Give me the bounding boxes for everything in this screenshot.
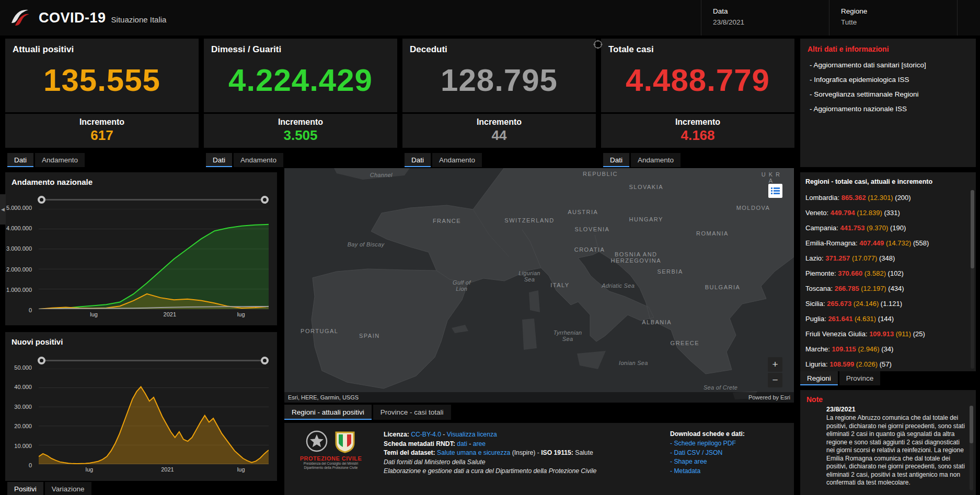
region-row[interactable]: Campania: 441.753 (9.370) (190) [805,220,969,235]
region-increment: (348) [879,254,895,262]
tab-variazione[interactable]: Variazione [45,482,91,495]
map-country-label: HUNGARY [629,216,663,222]
region-increment: (144) [878,315,894,323]
region-total-cases: 441.753 [840,224,867,232]
regions-scrollbar[interactable] [971,190,974,369]
app-title: COVID-19 [39,10,106,26]
time-range-slider[interactable] [38,195,269,204]
y-axis-tick: 1.000.000 [6,287,32,293]
tab-dati[interactable]: Dati [603,153,629,167]
increment-value: 4.168 [601,127,794,144]
license-link[interactable]: dati [457,440,467,447]
download-link[interactable]: - Schede riepilogo PDF [670,439,790,449]
info-link[interactable]: - Aggiornamento dati sanitari [storico] [808,61,936,69]
info-link[interactable]: - Sorveglianza settimanale Regioni [808,90,936,99]
scrollbar-thumb[interactable] [970,406,973,443]
note-scrollbar[interactable] [970,406,973,490]
region-row[interactable]: Lazio: 371.257 (17.077) (348) [805,251,969,266]
region-row[interactable]: Sicilia: 265.673 (24.146) (1.121) [805,296,969,311]
widget-options-icon[interactable] [593,40,603,49]
range-handle-left[interactable] [38,196,45,204]
download-link[interactable]: - Dati CSV / JSON [670,449,790,458]
tab-regioni-attuali-positivi[interactable]: Regioni - attuali positivi [284,405,372,420]
region-total-cases: 109.913 [869,330,896,338]
map-attribution: Esri, HERE, Garmin, USGS Powered by Esri [284,392,794,403]
tab-andamento[interactable]: Andamento [432,153,482,167]
scrollbar-thumb[interactable] [971,190,974,268]
region-row[interactable]: Friuli Venezia Giulia: 109.913 (911) (25… [805,326,969,341]
region-current-positives: (24.146) [854,300,881,308]
range-handle-right[interactable] [261,196,269,204]
time-range-slider[interactable] [38,356,269,364]
tab-andamento[interactable]: Andamento [35,153,85,167]
tab-province[interactable]: Province [839,371,881,385]
range-handle-right[interactable] [261,357,269,364]
kpi-increment-block: Incremento 617 [5,112,199,148]
tab-positivi[interactable]: Positivi [7,482,43,495]
map-sea-label: Adriatic Sea [602,282,635,289]
license-link[interactable]: aree [473,440,486,447]
map-country-label: CROATIA [574,246,605,253]
license-link[interactable]: Salute umana e sicurezza [437,449,510,456]
region-increment: (102) [888,269,904,277]
region-increment: (1.121) [881,300,902,308]
map-country-label: ITALY [550,282,569,288]
region-current-positives: (12.301) [868,194,895,202]
tab-dati[interactable]: Dati [206,153,232,167]
zoom-out-button[interactable]: − [768,373,782,387]
map-country-label: SPAIN [359,333,380,339]
region-row[interactable]: Veneto: 449.794 (12.839) (331) [805,205,969,220]
tab-andamento[interactable]: Andamento [631,153,681,167]
logo-subtitle-1: Presidenza del Consiglio dei Ministri [292,462,370,466]
slider-track [41,360,265,361]
date-selector[interactable]: Data 23/8/2021 [701,0,829,36]
region-increment: (434) [888,285,904,292]
layer-list-button[interactable] [768,184,782,198]
tab-province-casi-totali[interactable]: Province - casi totali [373,405,451,420]
region-row[interactable]: Toscana: 266.785 (12.197) (434) [805,281,969,296]
note-content: 23/8/2021 La regione Abruzzo comunica ch… [826,406,965,487]
region-row[interactable]: Puglia: 261.641 (4.631) (144) [805,311,969,326]
region-row[interactable]: Liguria: 108.599 (2.026) (57) [805,357,969,371]
region-name: Toscana: [805,285,835,292]
region-row[interactable]: Piemonte: 370.660 (3.582) (102) [805,266,969,281]
range-handle-left[interactable] [38,357,45,364]
region-row[interactable]: Marche: 109.115 (2.946) (34) [805,341,969,357]
tab-andamento[interactable]: Andamento [234,153,283,167]
note-date: 23/8/2021 [826,406,965,413]
download-link[interactable]: - Metadata [670,467,790,476]
kpi-card-dimessi-guariti: Dimessi / Guariti 4.224.429 Incremento 3… [204,39,397,148]
y-axis: 50.00040.00030.00020.00010.0000 [5,364,36,468]
collapse-left-panel-handle[interactable]: ◀ [0,194,6,225]
y-axis-tick: 0 [29,462,32,468]
map-country-label: ROMANIA [696,230,729,237]
license-link[interactable]: CC-BY-4.0 [411,431,441,438]
regions-panel: Regioni - totale casi, attuali e increme… [800,172,976,371]
date-value: 23/8/2021 [713,18,829,26]
info-link[interactable]: - Infografica epidemiologica ISS [808,75,936,84]
europe-map[interactable]: ChannelREPUBLICU K R ASLOVAKIAMOLDOVAAUS… [284,168,794,403]
region-name: Lazio: [805,254,825,262]
map-country-label: SWITZERLAND [504,217,554,223]
download-links: - Schede riepilogo PDF- Dati CSV / JSON-… [670,439,790,476]
zoom-in-button[interactable]: + [768,357,782,372]
region-current-positives: (14.732) [886,239,913,247]
tab-dati[interactable]: Dati [405,153,431,167]
regions-tabs: RegioniProvince [800,371,882,387]
region-selector[interactable]: Regione Tutte [829,0,957,36]
license-link[interactable]: Visualizza licenza [447,431,497,438]
andamento-chart[interactable] [39,209,269,309]
attribution-text: Esri, HERE, Garmin, USGS [288,392,359,403]
region-current-positives: (17.077) [852,254,879,262]
y-axis-tick: 2.000.000 [6,266,32,273]
tab-dati[interactable]: Dati [7,153,33,167]
nuovi-chart[interactable] [39,369,269,464]
info-link[interactable]: - Aggiornamento nazionale ISS [808,104,936,113]
license-text: Scheda metadati RNDT: [384,440,457,447]
download-link[interactable]: - Shape aree [670,457,790,467]
region-row[interactable]: Lombardia: 865.362 (12.301) (200) [805,190,969,205]
license-text: (Inspire) - [510,449,541,456]
tab-regioni[interactable]: Regioni [800,371,838,385]
region-row[interactable]: Emilia-Romagna: 407.449 (14.732) (558) [805,235,969,251]
map-country-label: SLOVENIA [574,226,609,232]
